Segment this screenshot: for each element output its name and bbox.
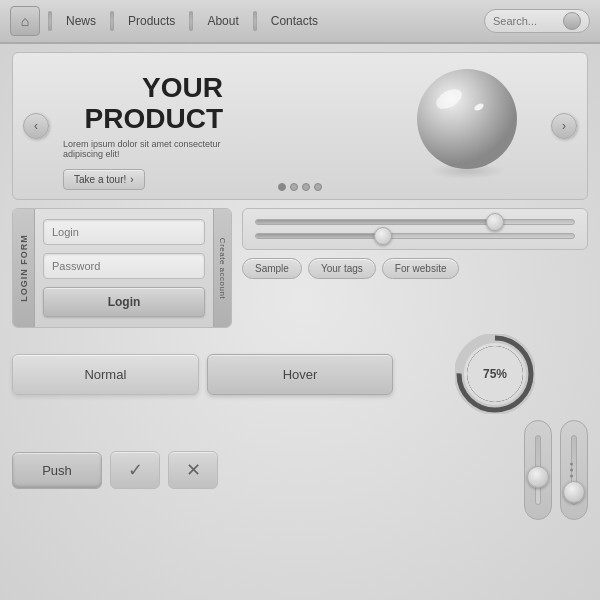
search-button[interactable]: [563, 12, 581, 30]
slider-2-container: [255, 233, 575, 239]
login-submit-button[interactable]: Login: [43, 287, 205, 317]
tag-your-tags[interactable]: Your tags: [308, 258, 376, 279]
hero-dot-4[interactable]: [314, 183, 322, 191]
vertical-sliders: [524, 420, 588, 520]
x-icon: ✕: [186, 459, 201, 481]
chevron-left-icon: ‹: [34, 119, 38, 133]
buttons-section: Normal Hover 75%: [12, 334, 588, 414]
hero-product-image: [407, 63, 527, 187]
v-slider-1[interactable]: [524, 420, 552, 520]
circular-progress-container: 75%: [401, 334, 588, 414]
svg-text:75%: 75%: [483, 367, 507, 381]
hero-dot-1[interactable]: [278, 183, 286, 191]
search-bar: [484, 9, 590, 33]
hero-prev-button[interactable]: ‹: [23, 113, 49, 139]
tag-sample[interactable]: Sample: [242, 258, 302, 279]
v-slider-1-thumb[interactable]: [527, 466, 549, 488]
nav-separator-3: [189, 11, 193, 31]
search-input[interactable]: [493, 15, 563, 27]
slider-1-thumb[interactable]: [486, 213, 504, 231]
check-button[interactable]: ✓: [110, 451, 160, 489]
slider-1-container: [255, 219, 575, 225]
hero-dots: [278, 183, 322, 191]
nav-separator-4: [253, 11, 257, 31]
product-sphere-svg: [407, 63, 527, 183]
nav-separator-2: [110, 11, 114, 31]
slider-1-fill: [256, 220, 495, 224]
v-slider-1-track: [535, 435, 541, 505]
login-form-sidebar: LOGIN FORM: [13, 209, 35, 327]
nav-products[interactable]: Products: [122, 10, 181, 32]
login-form-fields: Login: [35, 209, 213, 327]
hero-banner: ‹ YOUR PRODUCT Lorem ipsum dolor sit ame…: [12, 52, 588, 200]
hero-dot-3[interactable]: [302, 183, 310, 191]
login-form-section: LOGIN FORM Login Create account: [12, 208, 232, 328]
home-icon: ⌂: [21, 13, 29, 29]
slider-2-thumb[interactable]: [374, 227, 392, 245]
hero-subtitle: Lorem ipsum dolor sit amet consectetur a…: [63, 139, 223, 159]
create-account-tab[interactable]: Create account: [213, 209, 231, 327]
nav-separator-1: [48, 11, 52, 31]
svg-point-1: [417, 69, 517, 169]
v-dot-1: [570, 463, 573, 466]
hero-dot-2[interactable]: [290, 183, 298, 191]
normal-button[interactable]: Normal: [12, 354, 199, 395]
nav-about[interactable]: About: [201, 10, 244, 32]
tag-for-website[interactable]: For website: [382, 258, 460, 279]
x-button[interactable]: ✕: [168, 451, 218, 489]
v-dot-3: [570, 475, 573, 478]
v-slider-2[interactable]: [560, 420, 588, 520]
sliders-section: [242, 208, 588, 250]
login-username-input[interactable]: [43, 219, 205, 245]
cta-label: Take a tour!: [74, 174, 126, 185]
home-button[interactable]: ⌂: [10, 6, 40, 36]
hero-cta-button[interactable]: Take a tour! ›: [63, 169, 145, 190]
nav-contacts[interactable]: Contacts: [265, 10, 324, 32]
push-button[interactable]: Push: [12, 452, 102, 489]
tags-section: Sample Your tags For website: [242, 258, 588, 279]
check-icon: ✓: [128, 459, 143, 481]
slider-1-track[interactable]: [255, 219, 575, 225]
create-account-label: Create account: [218, 237, 227, 298]
hero-next-button[interactable]: ›: [551, 113, 577, 139]
login-password-input[interactable]: [43, 253, 205, 279]
navbar: ⌂ News Products About Contacts: [0, 0, 600, 44]
v-slider-dots: [570, 463, 573, 478]
main-content: LOGIN FORM Login Create account: [12, 208, 588, 328]
chevron-right-icon: ›: [562, 119, 566, 133]
login-form-label: LOGIN FORM: [19, 234, 29, 302]
slider-2-track[interactable]: [255, 233, 575, 239]
nav-news[interactable]: News: [60, 10, 102, 32]
v-dot-2: [570, 469, 573, 472]
hover-button[interactable]: Hover: [207, 354, 394, 395]
v-slider-2-track: [571, 435, 577, 505]
circular-progress-svg: 75%: [455, 334, 535, 414]
bottom-row: Push ✓ ✕: [12, 420, 588, 520]
hero-text-block: YOUR PRODUCT Lorem ipsum dolor sit amet …: [63, 73, 223, 190]
hero-title: YOUR PRODUCT: [63, 73, 223, 135]
slider-2-fill: [256, 234, 383, 238]
cta-icon: ›: [130, 174, 133, 185]
right-controls: Sample Your tags For website: [242, 208, 588, 328]
v-slider-2-thumb[interactable]: [563, 481, 585, 503]
